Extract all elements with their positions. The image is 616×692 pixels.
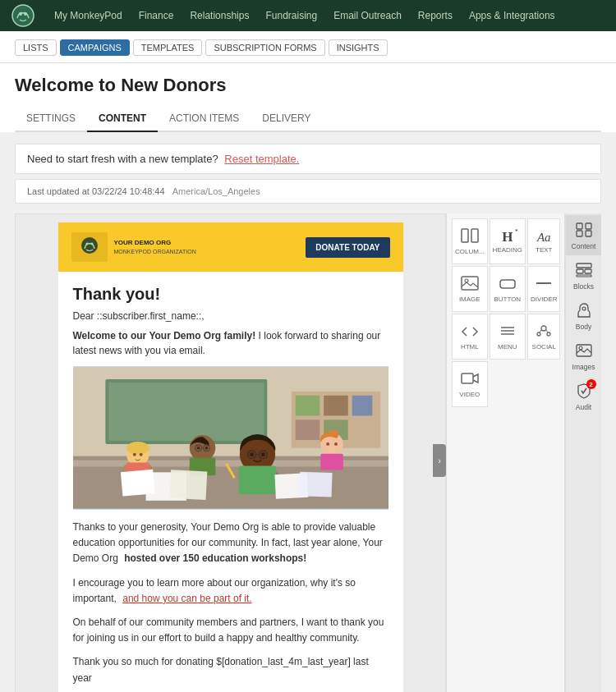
sub-tab-lists[interactable]: LISTS	[15, 39, 57, 56]
body-icon	[575, 302, 593, 321]
svg-rect-67	[577, 231, 582, 236]
svg-point-36	[250, 452, 254, 456]
nav-item-reports[interactable]: Reports	[410, 0, 461, 31]
svg-rect-35	[238, 465, 275, 493]
email-para2: I encourage you to learn more about our …	[73, 575, 388, 607]
top-nav: My MonkeyPod Finance Relationships Fundr…	[0, 0, 616, 31]
svg-point-5	[85, 243, 88, 245]
blocks-icon	[575, 262, 593, 281]
html-icon	[461, 324, 479, 341]
tab-delivery[interactable]: DELIVERY	[251, 106, 322, 132]
collapse-panel-button[interactable]: ›	[433, 444, 446, 477]
video-icon	[461, 371, 479, 388]
side-icon-blocks[interactable]: Blocks	[566, 255, 601, 296]
tool-html[interactable]: HTML	[452, 314, 488, 360]
tool-divider-label: DIVIDER	[531, 296, 557, 303]
nav-item-mymonkeypod[interactable]: My MonkeyPod	[46, 0, 131, 31]
social-icon	[535, 323, 553, 341]
menu-icon	[499, 323, 517, 341]
heading-icon: H *	[502, 230, 513, 244]
side-icon-audit[interactable]: 2 Audit	[566, 376, 601, 416]
tool-video[interactable]: VIDEO	[452, 361, 488, 407]
tool-html-label: HTML	[461, 343, 479, 351]
svg-point-23	[132, 453, 136, 456]
tab-action-items[interactable]: ACTION ITEMS	[158, 106, 251, 132]
svg-point-61	[547, 332, 550, 336]
svg-point-59	[541, 326, 546, 331]
side-icon-images[interactable]: Images	[566, 336, 601, 376]
tab-content[interactable]: CONTENT	[87, 106, 158, 132]
email-thank-you: Thank you!	[73, 285, 388, 304]
email-welcome: Welcome to our Your Demo Org family! Wel…	[73, 328, 388, 358]
org-logo-icon	[71, 232, 108, 262]
email-dear: Dear ::subscriber.first_name::,	[73, 310, 388, 322]
nav-item-relationships[interactable]: Relationships	[182, 0, 257, 31]
svg-point-31	[196, 447, 200, 450]
svg-rect-50	[462, 229, 468, 242]
svg-rect-69	[577, 264, 591, 268]
main-content: Need to start fresh with a new template?…	[0, 132, 616, 692]
tab-settings[interactable]: SETTINGS	[15, 106, 87, 132]
svg-point-0	[12, 5, 34, 26]
editor-area: YOUR DEMO ORG MONKEYPOD ORGANIZATION DON…	[15, 213, 601, 692]
side-icon-content-label: Content	[572, 242, 596, 250]
tool-heading[interactable]: H * HEADING	[490, 218, 526, 264]
tool-social[interactable]: SOCIAL	[527, 314, 560, 360]
email-para4: Thank you so much for donating $[donatio…	[73, 654, 388, 685]
svg-point-22	[126, 442, 149, 455]
sub-tab-templates[interactable]: TEMPLATES	[133, 39, 203, 56]
svg-rect-65	[577, 223, 582, 229]
nav-item-finance[interactable]: Finance	[131, 0, 182, 31]
svg-rect-71	[585, 269, 591, 273]
side-icon-body-label: Body	[576, 323, 591, 331]
tool-button-label: BUTTON	[494, 296, 521, 303]
template-reset-banner: Need to start fresh with a new template?…	[15, 144, 601, 174]
nav-items: My MonkeyPod Finance Relationships Fundr…	[46, 0, 611, 31]
tool-menu-label: MENU	[498, 343, 517, 351]
svg-point-73	[582, 307, 586, 310]
email-header: YOUR DEMO ORG MONKEYPOD ORGANIZATION DON…	[58, 222, 403, 272]
side-icon-body[interactable]: Body	[566, 296, 601, 336]
content-icon	[575, 222, 593, 241]
svg-point-24	[139, 453, 142, 456]
tools-grid: COLUM... H * HEADING Aa TEXT	[447, 213, 564, 412]
svg-point-37	[260, 452, 264, 456]
nav-item-email-outreach[interactable]: Email Outreach	[325, 0, 410, 31]
svg-rect-14	[295, 396, 319, 416]
svg-point-2	[24, 12, 27, 16]
tool-social-label: SOCIAL	[532, 343, 556, 351]
donate-today-button[interactable]: DONATE TODAY	[306, 237, 389, 258]
svg-point-45	[334, 442, 338, 446]
svg-rect-10	[108, 383, 264, 441]
tool-button[interactable]: BUTTON	[490, 266, 526, 312]
sub-tab-subscription-forms[interactable]: SUBSCRIPTION FORMS	[205, 39, 324, 56]
tool-image[interactable]: IMAGE	[452, 266, 488, 312]
sub-tab-campaigns[interactable]: CAMPAIGNS	[60, 39, 130, 56]
svg-rect-72	[577, 275, 591, 277]
nav-item-fundraising[interactable]: Fundraising	[257, 0, 325, 31]
sub-tab-insights[interactable]: INSIGHTS	[329, 39, 388, 56]
last-updated-banner: Last updated at 03/22/24 10:48:44 Americ…	[15, 179, 601, 204]
tool-menu[interactable]: MENU	[490, 314, 526, 360]
svg-rect-52	[462, 277, 478, 290]
side-icon-content[interactable]: Content	[566, 215, 601, 255]
email-body: Thank you! Dear ::subscriber.first_name:…	[58, 272, 403, 692]
tool-heading-label: HEADING	[493, 246, 522, 254]
nav-item-apps[interactable]: Apps & Integrations	[461, 0, 563, 31]
svg-rect-51	[471, 229, 478, 242]
org-link[interactable]: and how you can be part of it.	[122, 593, 251, 604]
tool-columns-label: COLUM...	[455, 248, 485, 255]
tool-text[interactable]: Aa TEXT	[527, 218, 560, 264]
text-icon: Aa	[537, 231, 551, 244]
email-preview: YOUR DEMO ORG MONKEYPOD ORGANIZATION DON…	[15, 213, 446, 692]
svg-rect-15	[324, 396, 348, 416]
org-name-text: YOUR DEMO ORG MONKEYPOD ORGANIZATION	[114, 239, 196, 254]
reset-template-link[interactable]: Reset template.	[224, 153, 299, 165]
tool-video-label: VIDEO	[459, 391, 480, 398]
tool-divider[interactable]: DIVIDER	[527, 266, 560, 312]
side-icon-strip: Content Blocks	[565, 213, 601, 692]
svg-rect-54	[500, 280, 515, 288]
svg-rect-47	[169, 470, 207, 500]
svg-rect-17	[295, 419, 319, 440]
tool-columns[interactable]: COLUM...	[452, 218, 488, 264]
